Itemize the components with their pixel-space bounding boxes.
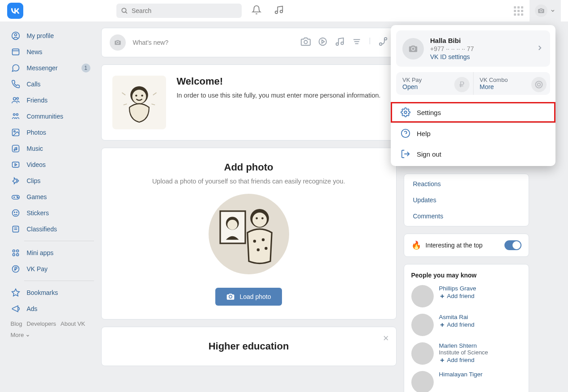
filter-reactions[interactable]: Reactions (404, 176, 529, 192)
combo-icon (531, 77, 547, 92)
miniapps-icon (11, 248, 21, 258)
sidebar-item-photos[interactable]: Photos (7, 124, 94, 141)
svg-line-51 (151, 104, 155, 105)
attach-article-icon[interactable] (352, 37, 362, 48)
footer-devs[interactable]: Developers (27, 320, 56, 327)
person-name[interactable]: Phillips Grave (439, 285, 476, 292)
vk-logo[interactable] (7, 3, 23, 19)
addphoto-text: Upload a photo of yourself so that frien… (115, 178, 383, 185)
svg-point-2 (536, 81, 542, 88)
dropdown-vkid-link[interactable]: VK ID settings (430, 53, 530, 60)
close-icon[interactable]: × (383, 332, 389, 344)
messenger-icon (11, 63, 21, 73)
sidebar-item-communities[interactable]: Communities (7, 108, 94, 124)
svg-point-47 (141, 94, 143, 96)
person-name[interactable]: Marlen Shtern (439, 342, 488, 349)
avatar[interactable] (411, 371, 434, 392)
composer-avatar (110, 34, 126, 51)
higher-education-card: × Higher education (101, 327, 397, 366)
welcome-text: In order to use this site fully, you mus… (177, 91, 381, 101)
sidebar: My profile News Messenger1 Calls Friends… (4, 28, 94, 392)
chevron-down-icon (550, 8, 555, 13)
dropdown-signout[interactable]: Sign out (391, 144, 555, 164)
svg-point-12 (13, 114, 15, 115)
sidebar-item-messenger[interactable]: Messenger1 (7, 60, 94, 76)
camera-icon (114, 39, 121, 46)
svg-rect-8 (12, 49, 19, 55)
avatar[interactable] (411, 342, 434, 365)
add-friend-button[interactable]: Add friend (439, 293, 476, 299)
footer-more[interactable]: More (11, 332, 30, 338)
communities-icon (11, 111, 21, 121)
attach-music-icon[interactable] (335, 37, 345, 48)
sidebar-item-vkpay[interactable]: VK Pay (7, 261, 94, 277)
games-icon (11, 192, 21, 202)
svg-marker-20 (15, 164, 17, 166)
search-input[interactable] (132, 7, 237, 14)
dropdown-avatar (402, 38, 424, 60)
attach-photo-icon[interactable] (301, 37, 311, 48)
sidebar-item-calls[interactable]: Calls (7, 76, 94, 92)
help-icon (401, 128, 410, 138)
attach-more-icon[interactable] (378, 37, 388, 48)
sidebar-item-friends[interactable]: Friends (7, 92, 94, 108)
post-composer[interactable]: What's new? | (101, 28, 397, 57)
ads-icon (11, 304, 21, 314)
dropdown-help[interactable]: Help (391, 123, 555, 144)
person-name[interactable]: Himalayan Tiger (439, 371, 483, 378)
apps-grid-icon[interactable] (514, 6, 523, 16)
filter-comments[interactable]: Comments (404, 208, 529, 224)
svg-marker-40 (322, 40, 325, 43)
interesting-toggle-card: 🔥 Interesting at the top (404, 234, 529, 257)
addphoto-title: Add photo (115, 162, 383, 173)
toggle-label: Interesting at the top (426, 242, 500, 249)
profile-dropdown: Halla Bibi +977 ·· ·· ·· ·· 77 VK ID set… (391, 25, 555, 166)
sidebar-item-profile[interactable]: My profile (7, 28, 94, 44)
dropdown-phone: +977 ·· ·· ·· ·· 77 (430, 45, 530, 52)
dropdown-profile-card[interactable]: Halla Bibi +977 ·· ·· ·· ·· 77 VK ID set… (396, 30, 550, 67)
filter-updates[interactable]: Updates (404, 192, 529, 208)
music-icon[interactable] (271, 5, 286, 17)
svg-point-58 (261, 217, 264, 219)
svg-point-59 (253, 240, 256, 243)
add-friend-button[interactable]: Add friend (439, 357, 488, 363)
camera-icon (408, 44, 418, 54)
dropdown-settings[interactable]: Settings (391, 102, 555, 123)
search-box[interactable] (116, 4, 242, 18)
person-name[interactable]: Asmita Rai (439, 314, 475, 320)
svg-line-50 (123, 104, 127, 105)
profile-menu-trigger[interactable] (530, 0, 561, 21)
sidebar-item-ads[interactable]: Ads (7, 301, 94, 317)
sidebar-item-games[interactable]: Games (7, 189, 94, 205)
sidebar-item-music[interactable]: Music (7, 141, 94, 157)
pymk-person: Asmita Rai Add friend (411, 314, 521, 336)
sidebar-item-miniapps[interactable]: Mini apps (7, 245, 94, 261)
videos-icon (11, 160, 21, 170)
add-friend-button[interactable]: Add friend (439, 321, 475, 328)
svg-point-15 (13, 131, 15, 132)
load-photo-button[interactable]: Load photo (215, 288, 282, 306)
sidebar-item-classifieds[interactable]: Classifieds (7, 221, 94, 237)
bookmark-icon (11, 288, 21, 298)
avatar[interactable] (411, 285, 434, 307)
avatar[interactable] (411, 314, 434, 336)
footer-blog[interactable]: Blog (11, 320, 22, 327)
sidebar-item-stickers[interactable]: Stickers (7, 205, 94, 221)
notifications-icon[interactable] (249, 5, 264, 17)
attach-video-icon[interactable] (318, 37, 328, 48)
svg-line-1 (126, 12, 127, 13)
footer-about[interactable]: About VK (60, 320, 85, 327)
svg-point-0 (122, 8, 126, 12)
news-icon (11, 47, 21, 57)
sidebar-item-bookmarks[interactable]: Bookmarks (7, 285, 94, 301)
dropdown-vkpay[interactable]: VK Pay Open ₽ (396, 72, 473, 95)
svg-point-25 (17, 197, 18, 198)
higher-title: Higher education (115, 341, 383, 352)
interesting-toggle[interactable] (504, 240, 521, 250)
sidebar-item-clips[interactable]: Clips (7, 173, 94, 189)
sidebar-item-news[interactable]: News (7, 44, 94, 60)
music-side-icon (11, 144, 21, 153)
dropdown-vkcombo[interactable]: VK Combo More (473, 72, 551, 95)
svg-point-56 (252, 213, 267, 227)
sidebar-item-videos[interactable]: Videos (7, 157, 94, 173)
